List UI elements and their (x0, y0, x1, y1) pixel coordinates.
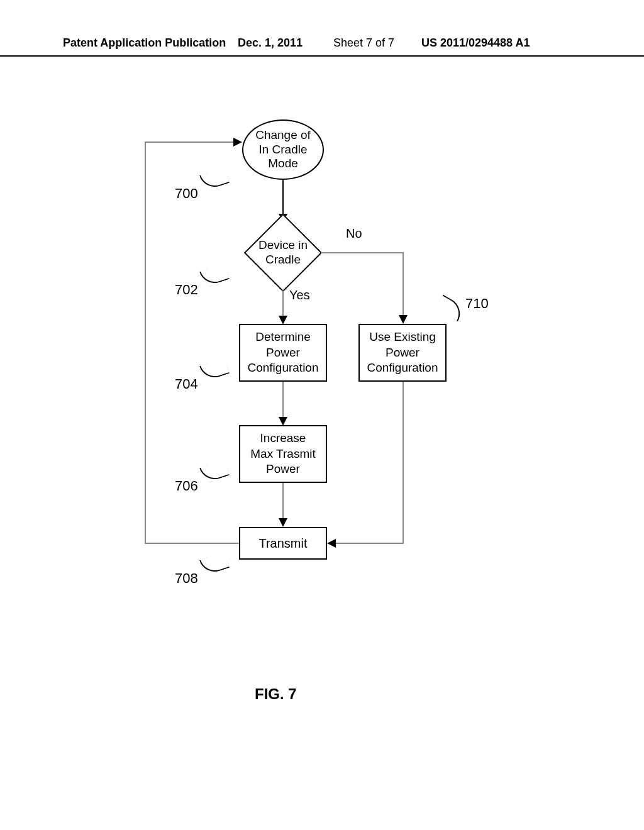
decision-line1: Device in (245, 238, 321, 253)
ref-702: 702 (175, 282, 198, 298)
connector (402, 382, 404, 544)
arrowhead-down-icon (279, 518, 287, 527)
ref-leader-icon (199, 460, 230, 484)
arrowhead-down-icon (279, 417, 287, 426)
start-line2: In Cradle (243, 143, 323, 157)
ref-710: 710 (465, 296, 489, 312)
flowchart: Change of In Cradle Mode Device in Cradl… (0, 0, 644, 830)
ref-704: 704 (175, 376, 198, 392)
determine-box: Determine Power Configuration (239, 324, 327, 382)
ref-leader-icon (199, 167, 230, 191)
increase-line1: Increase (240, 431, 326, 446)
connector (282, 483, 284, 519)
start-line1: Change of (243, 128, 323, 143)
determine-line1: Determine (240, 329, 326, 345)
yes-label: Yes (289, 288, 310, 302)
determine-line3: Configuration (240, 360, 326, 376)
connector (145, 141, 235, 143)
transmit-label: Transmit (240, 535, 326, 551)
connector (145, 543, 239, 544)
ref-706: 706 (175, 478, 198, 494)
decision-text: Device in Cradle (245, 228, 321, 278)
use-existing-line3: Configuration (360, 360, 445, 376)
increase-line2: Max Trasmit (240, 446, 326, 462)
connector (145, 141, 146, 544)
connector (402, 252, 404, 316)
determine-line2: Power (240, 345, 326, 361)
start-node: Change of In Cradle Mode (242, 119, 324, 180)
no-label: No (346, 226, 362, 241)
ref-leader-icon (199, 358, 230, 382)
increase-box: Increase Max Trasmit Power (239, 425, 327, 483)
arrowhead-right-icon (233, 138, 242, 147)
connector (282, 290, 284, 317)
arrowhead-down-icon (279, 316, 287, 324)
connector (321, 252, 404, 253)
arrowhead-down-icon (399, 315, 408, 324)
connector (336, 543, 404, 544)
figure-caption: FIG. 7 (255, 685, 297, 703)
decision-line2: Cradle (245, 253, 321, 267)
ref-leader-icon (435, 294, 465, 322)
increase-line3: Power (240, 462, 326, 477)
ref-leader-icon (199, 263, 230, 287)
transmit-box: Transmit (239, 527, 327, 560)
use-existing-line2: Power (360, 345, 445, 361)
connector (282, 382, 284, 418)
connector (282, 180, 284, 215)
use-existing-line1: Use Existing (360, 329, 445, 345)
arrowhead-left-icon (327, 539, 336, 548)
ref-708: 708 (175, 570, 198, 587)
ref-700: 700 (175, 185, 198, 202)
ref-leader-icon (199, 552, 230, 576)
use-existing-box: Use Existing Power Configuration (358, 324, 447, 382)
start-line3: Mode (243, 157, 323, 171)
